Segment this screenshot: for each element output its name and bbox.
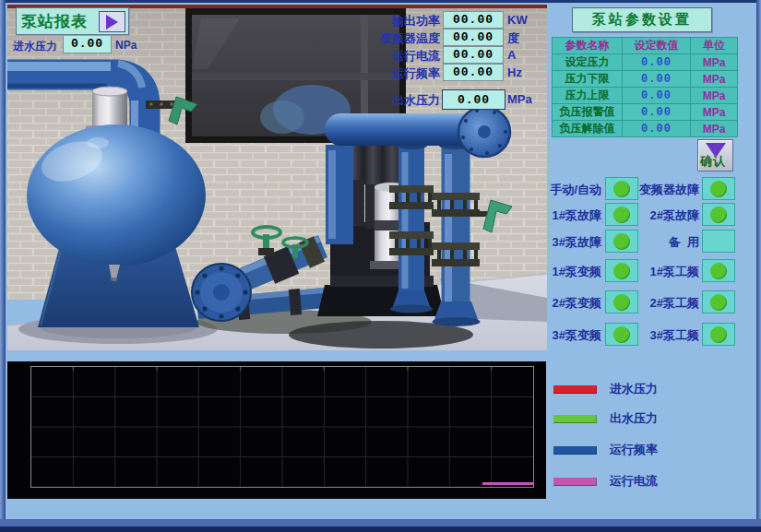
- confirm-button-label: 确认: [700, 153, 726, 170]
- legend-label-outlet: 出水压力: [610, 410, 658, 427]
- inverter-temp-label: 变频器温度: [355, 30, 440, 47]
- param-value[interactable]: 0.00: [623, 54, 691, 71]
- indicator-spare: [702, 230, 735, 253]
- lamp-icon: [613, 233, 630, 250]
- pressure-tank: [27, 124, 206, 327]
- param-name: 压力上限: [553, 88, 623, 104]
- status-label-pump3-vfd: 3#泵变频: [544, 327, 601, 344]
- frame-border-top: [0, 0, 761, 3]
- frame-border-left: [0, 0, 6, 532]
- legend-swatch-frequency: [553, 446, 597, 455]
- report-button[interactable]: 泵站报表: [16, 7, 129, 35]
- inlet-pressure-unit: NPa: [115, 39, 137, 52]
- inverter-temp-unit: 度: [507, 30, 519, 47]
- status-label-pump2-mains: 2#泵工频: [633, 295, 699, 312]
- inlet-pressure-value: 0.00: [63, 34, 112, 53]
- legend-swatch-current: [553, 478, 597, 486]
- lamp-icon: [710, 263, 727, 279]
- trend-grid: [31, 367, 533, 487]
- param-unit: MPa: [691, 104, 738, 121]
- table-row: 设定压力 0.00 MPa: [553, 54, 738, 71]
- lamp-icon: [613, 294, 630, 311]
- settings-header-row: 参数名称 设定数值 单位: [553, 38, 738, 54]
- legend-item-run-frequency: 运行频率: [553, 442, 658, 458]
- lamp-icon: [613, 326, 630, 343]
- param-unit: MPa: [691, 88, 738, 104]
- param-unit: MPa: [691, 121, 738, 137]
- lamp-icon: [710, 181, 727, 197]
- frame-border-right: [756, 0, 761, 532]
- play-arrow-icon: [99, 11, 125, 32]
- table-row: 负压解除值 0.00 MPa: [553, 121, 738, 137]
- legend-swatch-inlet: [553, 385, 597, 394]
- status-label-manual-auto: 手动/自动: [544, 182, 601, 198]
- indicator-pump2-mains: [702, 290, 735, 313]
- settings-table: 参数名称 设定数值 单位 设定压力 0.00 MPa 压力下限 0.00 MPa…: [552, 37, 738, 137]
- param-value[interactable]: 0.00: [623, 71, 691, 88]
- run-current-unit: A: [507, 48, 516, 62]
- lamp-icon: [710, 326, 727, 343]
- status-label-pump1-vfd: 1#泵变频: [544, 264, 601, 280]
- output-power-unit: KW: [507, 13, 528, 27]
- legend-item-inlet-pressure: 进水压力: [553, 381, 658, 397]
- status-label-pump2-vfd: 2#泵变频: [544, 295, 601, 312]
- lamp-icon: [613, 181, 630, 197]
- trend-chart: [7, 361, 546, 499]
- status-label-inverter-fault: 变频器故障: [633, 182, 699, 198]
- param-name: 设定压力: [553, 54, 623, 71]
- status-label-pump3-fault: 3#泵故障: [544, 234, 601, 251]
- lamp-icon: [613, 207, 630, 223]
- indicator-pump1-mains: [702, 259, 735, 282]
- settings-title: 泵站参数设置: [572, 7, 712, 32]
- param-name: 负压解除值: [553, 121, 623, 137]
- param-value[interactable]: 0.00: [623, 88, 691, 104]
- table-row: 压力下限 0.00 MPa: [553, 71, 738, 88]
- status-label-pump1-mains: 1#泵工频: [633, 264, 699, 280]
- outlet-pressure-value: 0.00: [442, 89, 505, 110]
- indicator-pump2-fault: [702, 203, 735, 226]
- legend-label-frequency: 运行频率: [610, 442, 658, 458]
- confirm-button[interactable]: 确认: [697, 139, 733, 171]
- outlet-pressure-unit: MPa: [507, 92, 532, 106]
- current-trace-segment: [482, 482, 533, 485]
- report-button-label: 泵站报表: [21, 11, 88, 32]
- param-unit: MPa: [691, 71, 738, 88]
- run-frequency-value: 00.00: [443, 64, 504, 81]
- table-row: 压力上限 0.00 MPa: [553, 88, 738, 104]
- status-label-pump1-fault: 1#泵故障: [544, 207, 601, 224]
- param-name: 压力下限: [553, 71, 623, 88]
- output-power-label: 输出功率: [355, 13, 440, 30]
- frame-border-bottom-inner: [0, 526, 761, 532]
- lamp-icon: [710, 294, 727, 311]
- inlet-pressure-label: 进水压力: [13, 39, 57, 54]
- status-label-pump2-fault: 2#泵故障: [633, 207, 699, 224]
- param-unit: MPa: [691, 54, 738, 71]
- inverter-temp-value: 00.00: [443, 29, 504, 46]
- param-name: 负压报警值: [553, 104, 623, 121]
- indicator-inverter-fault: [702, 177, 735, 200]
- table-row: 负压报警值 0.00 MPa: [553, 104, 738, 121]
- legend-item-outlet-pressure: 出水压力: [553, 410, 658, 427]
- run-current-label: 运行电流: [355, 48, 440, 65]
- pump-station-hmi-screen: 泵站报表 进水压力 0.00 NPa 输出功率 00.00 KW 变频器温度 0…: [0, 0, 761, 532]
- legend-label-inlet: 进水压力: [610, 381, 658, 397]
- output-power-value: 00.00: [443, 11, 504, 29]
- col-header-unit: 单位: [691, 38, 738, 54]
- legend-item-run-current: 运行电流: [553, 473, 658, 490]
- col-header-value: 设定数值: [623, 38, 691, 54]
- legend-swatch-outlet: [553, 415, 597, 423]
- indicator-pump3-mains: [702, 323, 735, 346]
- param-value[interactable]: 0.00: [623, 121, 691, 137]
- run-frequency-unit: Hz: [507, 65, 522, 79]
- status-label-spare: 备 用: [633, 234, 699, 251]
- frame-border-bottom-outer: [0, 519, 761, 526]
- lamp-icon: [710, 207, 727, 223]
- status-label-pump3-mains: 3#泵工频: [633, 327, 699, 344]
- col-header-name: 参数名称: [553, 38, 623, 54]
- run-current-value: 00.00: [443, 46, 504, 64]
- run-frequency-label: 运行频率: [355, 65, 440, 82]
- lamp-icon: [613, 263, 630, 279]
- legend-label-current: 运行电流: [610, 473, 658, 490]
- param-value[interactable]: 0.00: [623, 104, 691, 121]
- trend-plot-area: [30, 366, 534, 488]
